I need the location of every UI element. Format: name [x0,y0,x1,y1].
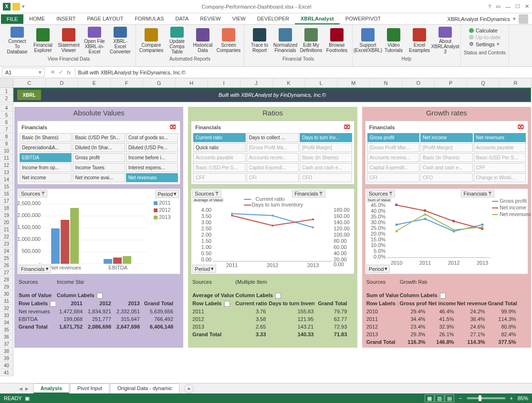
row-header[interactable]: 9 [0,140,13,147]
slicer-option[interactable]: CFO [300,173,352,182]
ribbon-btn-historical-data[interactable]: Historical Data [190,26,215,55]
financials-tag[interactable]: Financials▾ [19,265,51,273]
slicer-option[interactable]: Diluted (In Shar... [73,143,125,152]
row-header[interactable]: 5 [0,112,13,119]
slicer-option[interactable]: Net income avai... [73,173,125,182]
tab-page-layout[interactable]: PAGE LAYOUT [81,14,129,24]
slicer-option[interactable]: CFO [420,173,472,182]
row-header[interactable]: 27 [0,269,13,276]
row-header[interactable]: 7 [0,126,13,133]
row-header[interactable]: 33 [0,312,13,319]
slicer-option[interactable]: Interest expens... [126,163,178,172]
slicer-option[interactable]: [Gross Profit Mar... [367,143,419,152]
tab-insert[interactable]: INSERT [51,14,81,24]
ribbon-btn-support-excel-xbrl-[interactable]: Support (Excel/XBRL) [355,26,380,55]
row-header[interactable]: 31 [0,298,13,305]
worksheet-content[interactable]: XBRL Built with XBRLAnalyst by FinDynami… [13,88,532,376]
row-header[interactable]: 8 [0,133,13,140]
slicer-option[interactable]: Basic (USD Per S... [474,153,526,162]
sources-tag[interactable]: Sources [19,190,47,197]
pivot-ratios[interactable]: Sources(Multiple Items) Average of Value… [191,278,354,338]
ribbon-btn-compare-companies[interactable]: Compare Companies [139,26,164,55]
row-header[interactable]: 14 [0,176,13,183]
slicer-option[interactable]: Cash and cash e... [420,163,472,172]
slicer-option[interactable]: Gross profit [73,153,125,162]
slicer-option[interactable]: Gross profit [367,133,419,142]
row-header[interactable]: 29 [0,283,13,290]
row-header[interactable]: 10 [0,147,13,155]
slicer-option[interactable]: Basic (In Shares) [20,133,72,142]
slicer-option[interactable]: Income from op... [20,163,72,172]
ribbon-btn-financial-explorer[interactable]: Financial Explorer [31,26,55,55]
col-header[interactable]: P [435,78,467,87]
col-header[interactable]: G [143,78,176,87]
qat-dropdown[interactable]: ▾ [22,3,25,10]
row-header[interactable]: 35 [0,326,13,333]
col-header[interactable]: M [337,78,370,87]
settings-button[interactable]: ⚙Settings ▾ [469,41,501,47]
col-header[interactable]: L [305,78,337,87]
row-header[interactable]: 17 [0,197,13,205]
pivot-growth[interactable]: SourcesGrowth Rate Sum of ValueColumn La… [365,278,528,346]
slicer-option[interactable]: EBITDA [20,153,72,162]
row-header[interactable]: 32 [0,305,13,312]
ribbon-btn-video-tutorials[interactable]: Video Tutorials [381,26,406,55]
chart-absolute[interactable]: Sources Period▾ Financials▾ 2,500,000 2,… [17,188,180,274]
zoom-slider[interactable] [467,397,505,399]
slicer-option[interactable]: Capital Expendit... [367,163,419,172]
page-layout-icon[interactable]: ▥ [435,394,444,402]
slicer-option[interactable]: CFF [193,173,245,182]
ribbon-btn-update-comps-table[interactable]: Update Comps Table [165,26,189,55]
period-tag[interactable]: Period▾ [156,190,179,198]
row-header[interactable]: 4 [0,104,13,112]
financials-tag[interactable]: Financials [292,190,325,197]
slicer-option[interactable]: Quick ratio [193,143,245,152]
row-header[interactable]: 6 [0,119,13,126]
prev-sheet-icon[interactable]: ◄ [18,386,23,392]
formula-input[interactable]: Built with XBRLAnalyst by FinDynamics, I… [75,69,532,76]
slicer-option[interactable]: Accounts payable [474,143,526,152]
row-header[interactable]: 15 [0,183,13,190]
col-header[interactable]: Q [467,78,500,87]
col-header[interactable]: E [78,78,111,87]
pivot-absolute[interactable]: SourcesIncome Statament Sum of ValueColu… [17,278,180,331]
col-header[interactable]: I [208,78,240,87]
sources-tag[interactable]: Sources [366,190,395,197]
zoom-level[interactable]: 85% [518,395,528,401]
slicer-option[interactable]: Cost of goods so... [126,133,178,142]
chart-ratios[interactable]: Sources Financials Period▾ Average of Va… [191,188,354,274]
slicer-option[interactable]: Accounts receiv... [247,153,299,162]
slicer-option[interactable]: Days to turn Inv... [300,133,352,142]
slicer-option[interactable]: Accounts receiva... [367,153,419,162]
row-header[interactable]: 39 [0,355,13,362]
select-all-corner[interactable] [0,78,13,87]
row-header[interactable]: 38 [0,348,13,355]
tab-formulas[interactable]: FORMULAS [129,14,169,24]
slicer-option[interactable]: Basic (In Shares) [420,153,472,162]
user-label[interactable]: XBRLAnalyst FinDynamics [448,16,510,22]
row-header[interactable]: 20 [0,219,13,226]
slicer-option[interactable]: Diluted (USD Pe... [126,143,178,152]
slicer-option[interactable]: Accounts payable [193,153,245,162]
ribbon-btn-screen-companies[interactable]: Screen Companies [216,26,241,55]
slicer-option[interactable]: Current ratio [193,133,245,142]
slicer-option[interactable]: Cash and cash e... [300,163,352,172]
slicer-option[interactable]: CFI [367,173,419,182]
help-icon[interactable]: ? [488,4,491,10]
row-header[interactable]: 22 [0,233,13,240]
slicer-option[interactable]: Depreciation&A... [20,143,72,152]
ribbon-btn-trace-to-report[interactable]: Trace to Report [247,26,272,55]
slicer-option[interactable]: Net income [20,173,72,182]
row-header[interactable]: 19 [0,212,13,219]
col-header[interactable]: K [273,78,305,87]
sheet-tab-original-data---dynamic[interactable]: Original Data - dynamic [110,383,179,393]
financials-tag[interactable]: Financials [461,190,494,197]
col-header[interactable]: C [13,78,46,87]
row-header[interactable]: 28 [0,276,13,283]
page-break-icon[interactable]: ▤ [445,394,454,402]
slicer-option[interactable]: Change in Worki... [474,173,526,182]
slicer-option[interactable]: Basic (In Shares) [300,153,352,162]
tab-view[interactable]: VIEW [227,14,251,24]
chart-growth[interactable]: Sources Financials Period▾ Sum of Value … [365,188,528,274]
ribbon-btn-edit-my-definitions[interactable]: Edit My Definitions [299,26,323,55]
